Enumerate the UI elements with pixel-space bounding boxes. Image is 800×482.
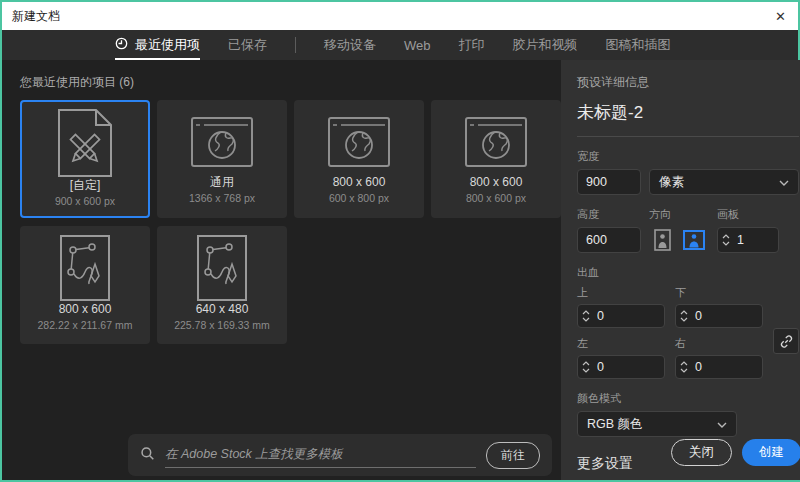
- width-input[interactable]: [577, 169, 641, 195]
- tab-print[interactable]: 打印: [459, 30, 485, 60]
- tab-label: 打印: [459, 36, 485, 54]
- preset-details-heading: 预设详细信息: [577, 74, 799, 91]
- card-subtitle: 225.78 x 169.33 mm: [174, 319, 270, 332]
- artboard-stepper: [717, 227, 779, 253]
- tab-film-video[interactable]: 胶片和视频: [513, 30, 578, 60]
- close-button[interactable]: 关闭: [671, 439, 732, 466]
- close-icon[interactable]: ✕: [775, 10, 786, 23]
- tab-recent[interactable]: 最近使用项: [115, 30, 200, 60]
- height-input[interactable]: [577, 227, 641, 253]
- tab-label: Web: [404, 38, 431, 53]
- artboard-pen-icon: [59, 228, 111, 302]
- template-card-web[interactable]: 800 x 600 600 x 800 px: [294, 100, 424, 218]
- stock-search-input[interactable]: [165, 443, 476, 468]
- tab-label: 图稿和插图: [606, 36, 671, 54]
- link-icon[interactable]: [773, 328, 799, 354]
- template-card-art[interactable]: 800 x 600 282.22 x 211.67 mm: [20, 226, 150, 344]
- browser-globe-icon: [465, 102, 527, 175]
- go-button[interactable]: 前往: [486, 442, 540, 469]
- stepper-arrows[interactable]: [676, 310, 691, 322]
- new-document-dialog: 新建文档 ✕ 最近使用项 已保存 移动设备 Web 打印 胶片和视频 图稿和插图…: [0, 0, 800, 482]
- bleed-left-label: 左: [577, 336, 665, 351]
- clock-icon: [115, 37, 128, 53]
- tab-bar: 最近使用项 已保存 移动设备 Web 打印 胶片和视频 图稿和插图: [2, 30, 798, 60]
- card-title: 800 x 600: [333, 175, 386, 190]
- card-title: 640 x 480: [196, 302, 249, 317]
- bleed-right-input[interactable]: [691, 360, 762, 374]
- template-card-web[interactable]: 800 x 600 800 x 600 px: [431, 100, 561, 218]
- card-subtitle: 282.22 x 211.67 mm: [38, 319, 133, 332]
- bleed-left-input[interactable]: [593, 360, 664, 374]
- template-card-web[interactable]: 通用 1366 x 768 px: [157, 100, 287, 218]
- portrait-icon[interactable]: [649, 227, 675, 253]
- bleed-top-input[interactable]: [593, 309, 664, 323]
- stepper-arrows[interactable]: [578, 310, 593, 322]
- bleed-right-label: 右: [675, 336, 763, 351]
- bleed-top-stepper: [577, 304, 665, 328]
- tab-label: 移动设备: [324, 36, 376, 54]
- create-button[interactable]: 创建: [742, 439, 800, 466]
- card-title: 800 x 600: [59, 302, 112, 317]
- titlebar: 新建文档 ✕: [2, 2, 798, 30]
- stepper-arrows[interactable]: [676, 361, 691, 373]
- stepper-arrows[interactable]: [718, 234, 733, 246]
- height-label: 高度: [577, 207, 641, 222]
- dialog-body: 您最近使用的项目 (6) [自定] 900 x 600 px: [2, 60, 798, 480]
- card-subtitle: 800 x 600 px: [466, 192, 526, 205]
- tab-web[interactable]: Web: [404, 30, 431, 60]
- tab-label: 已保存: [228, 36, 267, 54]
- tab-divider: [295, 37, 296, 53]
- template-card-grid: [自定] 900 x 600 px 通用 1366 x 768 px: [20, 100, 561, 344]
- artboard-input[interactable]: [733, 233, 778, 247]
- bleed-left-stepper: [577, 355, 665, 379]
- bleed-bottom-label: 下: [675, 285, 763, 300]
- card-subtitle: 600 x 800 px: [329, 192, 389, 205]
- chevron-down-icon: [779, 175, 789, 189]
- bleed-right-stepper: [675, 355, 763, 379]
- recent-items-heading: 您最近使用的项目 (6): [20, 74, 561, 91]
- artboard-label: 画板: [717, 207, 799, 222]
- window-title: 新建文档: [12, 8, 60, 25]
- template-card-art[interactable]: 640 x 480 225.78 x 169.33 mm: [157, 226, 287, 344]
- card-subtitle: 1366 x 768 px: [189, 192, 255, 205]
- tab-art-illustration[interactable]: 图稿和插图: [606, 30, 671, 60]
- unit-dropdown[interactable]: 像素: [649, 169, 799, 195]
- browser-globe-icon: [191, 102, 253, 175]
- recent-items-panel: 您最近使用的项目 (6) [自定] 900 x 600 px: [2, 60, 561, 480]
- artboard-pen-icon: [196, 228, 248, 302]
- tab-label: 最近使用项: [135, 36, 200, 54]
- unit-value: 像素: [659, 174, 684, 191]
- dialog-footer: 关闭 创建: [671, 439, 800, 466]
- card-title: 800 x 600: [470, 175, 523, 190]
- width-label: 宽度: [577, 149, 799, 164]
- bleed-bottom-input[interactable]: [691, 309, 762, 323]
- card-subtitle: 900 x 600 px: [55, 195, 115, 208]
- tab-label: 胶片和视频: [513, 36, 578, 54]
- tab-saved[interactable]: 已保存: [228, 30, 267, 60]
- card-title: 通用: [210, 175, 234, 190]
- stepper-arrows[interactable]: [578, 361, 593, 373]
- orientation-label: 方向: [649, 207, 709, 222]
- tab-mobile[interactable]: 移动设备: [324, 30, 376, 60]
- bleed-bottom-stepper: [675, 304, 763, 328]
- preset-details-panel: 预设详细信息 未标题-2 宽度 像素 高度 方向: [561, 60, 800, 480]
- color-mode-dropdown[interactable]: RGB 颜色: [577, 411, 737, 437]
- stock-search-bar: 前往: [128, 434, 552, 476]
- template-card-custom[interactable]: [自定] 900 x 600 px: [20, 100, 150, 218]
- color-mode-value: RGB 颜色: [587, 416, 643, 433]
- chevron-down-icon: [717, 417, 727, 431]
- card-title: [自定]: [70, 178, 101, 193]
- document-pencils-icon: [56, 102, 114, 178]
- bleed-label: 出血: [577, 265, 799, 280]
- bleed-top-label: 上: [577, 285, 665, 300]
- color-mode-label: 颜色模式: [577, 391, 799, 406]
- landscape-icon[interactable]: [681, 227, 707, 253]
- browser-globe-icon: [328, 102, 390, 175]
- search-icon: [140, 446, 155, 465]
- document-name-field[interactable]: 未标题-2: [577, 101, 799, 137]
